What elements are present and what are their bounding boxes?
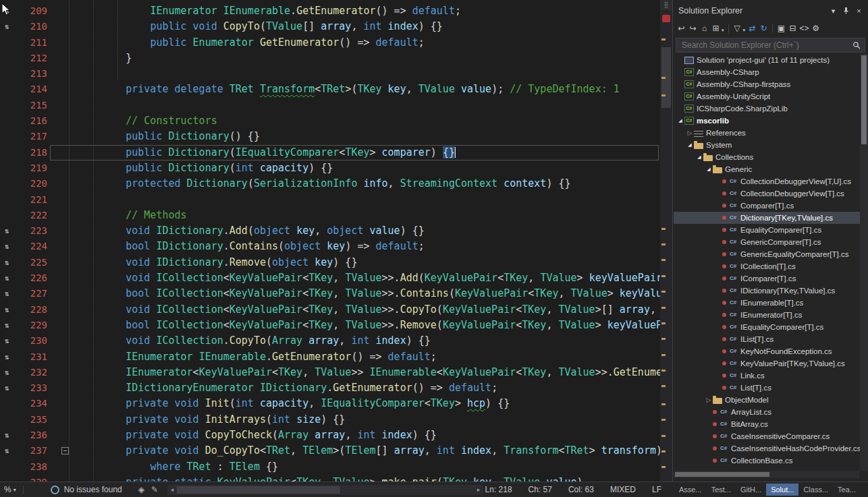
back-icon[interactable]: ↩ [676, 22, 687, 34]
tree-item[interactable]: C#CollectionDebuggerView[T].cs [674, 187, 860, 200]
tree-item[interactable]: C#Dictionary[TKey,TValue].cs [674, 212, 860, 224]
tree-item[interactable]: C#ArrayList.cs [674, 406, 860, 418]
line-number[interactable]: 235 [13, 412, 55, 428]
fold-toggle[interactable]: − [61, 447, 69, 455]
line-number[interactable]: 218 [13, 145, 55, 160]
panel-tab[interactable]: Class... [798, 484, 833, 496]
code-line[interactable]: ⇅210 public void CopyTo(TValue[] array, … [0, 19, 660, 34]
line-number[interactable]: 239 [13, 475, 55, 481]
code-line[interactable]: ⇅224 bool IDictionary.Contains(object ke… [0, 239, 660, 254]
tree-item[interactable]: ◢System [674, 139, 860, 151]
status-item[interactable]: MIXED [610, 485, 636, 494]
tree-hscrollbar-thumb[interactable] [675, 472, 769, 477]
refresh-icon[interactable]: ↻ [758, 22, 769, 34]
search-box[interactable] [676, 38, 865, 53]
tree-scrollbar-thumb[interactable] [861, 55, 867, 144]
tree-item[interactable]: ▷ObjectModel [674, 394, 860, 406]
tree-expander-icon[interactable]: ◢ [686, 142, 694, 148]
tree-item[interactable]: C#IDictionary[TKey,TValue].cs [674, 285, 860, 297]
tree-item[interactable]: C#Assembly-CSharp-firstpass [674, 78, 860, 90]
code-line[interactable]: 216 // Constructors [0, 113, 660, 129]
code-line[interactable]: ⇅232 IEnumerator<KeyValuePair<TKey, TVal… [0, 365, 660, 380]
tree-item[interactable]: ◢Collections [674, 151, 860, 163]
tree-expander-icon[interactable]: ▷ [705, 397, 713, 403]
line-number[interactable]: 229 [13, 318, 55, 333]
view-code-icon[interactable]: <> [798, 22, 810, 34]
status-item[interactable]: Ch: 57 [528, 485, 552, 494]
line-number[interactable]: 223 [13, 223, 55, 239]
code-line[interactable]: 214 private delegate TRet Transform<TRet… [0, 82, 660, 97]
code-line[interactable]: 220 protected Dictionary(SerializationIn… [0, 176, 660, 192]
tree-item[interactable]: C#GenericComparer[T].cs [674, 236, 860, 248]
collapse-all-icon[interactable]: ⊟ [787, 22, 798, 34]
code-line[interactable]: ⇅223 void IDictionary.Add(object key, ob… [0, 223, 660, 239]
switch-views-icon[interactable]: ⊞ [710, 22, 722, 34]
tree-expander-icon[interactable]: ◢ [705, 167, 713, 172]
code-line[interactable]: 215 [0, 98, 660, 113]
code-line[interactable]: 221 [0, 192, 660, 208]
tree-item[interactable]: C#Comparer[T].cs [674, 200, 860, 212]
home-icon[interactable]: ⌂ [699, 22, 710, 34]
sync-with-active-document-icon[interactable]: ⇄ [747, 22, 758, 34]
line-number[interactable]: 217 [13, 129, 55, 144]
line-number[interactable]: 222 [13, 208, 55, 223]
tree-item[interactable]: C#ICollection[T].cs [674, 260, 860, 272]
line-number[interactable]: 232 [13, 365, 55, 380]
code-line[interactable]: ⇅226 void ICollection<KeyValuePair<TKey,… [0, 270, 660, 286]
status-item[interactable]: Ln: 218 [485, 485, 512, 494]
editor-horizontal-scrollbar[interactable]: ◂ ▸ [167, 485, 483, 495]
window-position-menu-icon[interactable]: ▾ [827, 5, 840, 17]
line-number[interactable]: 210 [13, 19, 55, 34]
code-line[interactable]: 213 [0, 66, 660, 82]
tree-item[interactable]: C#CollectionBase.cs [674, 455, 860, 467]
code-line[interactable]: ⇅225 void IDictionary.Remove(object key)… [0, 255, 660, 270]
splitter-grip-icon[interactable]: ⣿ [660, 0, 672, 10]
filter-icon[interactable]: ▽ [732, 22, 743, 34]
properties-icon[interactable]: ⚙ [810, 22, 821, 34]
code-line[interactable]: 222 // Methods [0, 208, 660, 223]
code-line[interactable]: ⇅231 IEnumerator IEnumerable.GetEnumerat… [0, 349, 660, 365]
scroll-right-arrow-icon[interactable]: ▸ [474, 486, 483, 493]
search-input[interactable] [680, 40, 852, 51]
line-number[interactable]: 231 [13, 349, 55, 365]
tree-item[interactable]: C#KeyNotFoundException.cs [674, 345, 860, 357]
line-number[interactable]: 215 [13, 98, 55, 113]
line-number[interactable]: 234 [13, 396, 55, 411]
chevron-down-icon[interactable]: ▾ [743, 28, 746, 33]
status-item[interactable]: LF [652, 485, 661, 494]
tree-item[interactable]: C#IList[T].cs [674, 333, 860, 345]
line-number[interactable]: 221 [13, 192, 55, 208]
line-number[interactable]: 224 [13, 239, 55, 254]
scroll-left-arrow-icon[interactable]: ◂ [167, 486, 177, 493]
line-number[interactable]: 230 [13, 333, 55, 349]
line-number[interactable]: 216 [13, 113, 55, 129]
tree-item[interactable]: C#IEnumerable[T].cs [674, 297, 860, 309]
code-line[interactable]: 218 public Dictionary(IEqualityComparer<… [0, 145, 660, 160]
code-line[interactable]: ⇅233 IDictionaryEnumerator IDictionary.G… [0, 380, 660, 396]
line-number[interactable]: 211 [13, 35, 55, 51]
tree-item[interactable]: C#ICSharpCode.SharpZipLib [674, 103, 860, 115]
tree-item[interactable]: C#KeyValuePair[TKey,TValue].cs [674, 357, 860, 370]
line-number[interactable]: 219 [13, 160, 55, 176]
line-number[interactable]: 209 [13, 3, 55, 19]
pin-icon[interactable] [840, 5, 852, 17]
tree-item[interactable]: Solution 'project-gui' (11 of 11 project… [674, 54, 860, 66]
line-number[interactable]: 220 [13, 176, 55, 192]
code-line[interactable]: 239 private static KeyValuePair<TKey, TV… [0, 475, 660, 481]
tree-expander-icon[interactable]: ◢ [676, 118, 684, 123]
tree-item[interactable]: ◢Generic [674, 163, 860, 175]
close-icon[interactable]: × [852, 5, 865, 17]
code-line[interactable]: 217 public Dictionary() {} [0, 129, 660, 144]
line-number[interactable]: 233 [13, 380, 55, 396]
panel-tab[interactable]: Asse... [674, 484, 707, 496]
line-number[interactable]: 225 [13, 255, 55, 270]
tree-item[interactable]: C#Link.cs [674, 370, 860, 382]
document-health[interactable]: No issues found [51, 485, 122, 494]
tree-horizontal-scrollbar[interactable] [674, 471, 859, 478]
panel-tab[interactable]: Tea... [833, 484, 861, 496]
code-line[interactable]: ⇅229 bool ICollection<KeyValuePair<TKey,… [0, 318, 660, 333]
code-line[interactable]: ⇅236 private void CopyToCheck(Array arra… [0, 428, 660, 443]
search-icon[interactable] [852, 41, 861, 49]
scroll-thumb[interactable] [177, 486, 340, 494]
line-number[interactable]: 236 [13, 428, 55, 443]
